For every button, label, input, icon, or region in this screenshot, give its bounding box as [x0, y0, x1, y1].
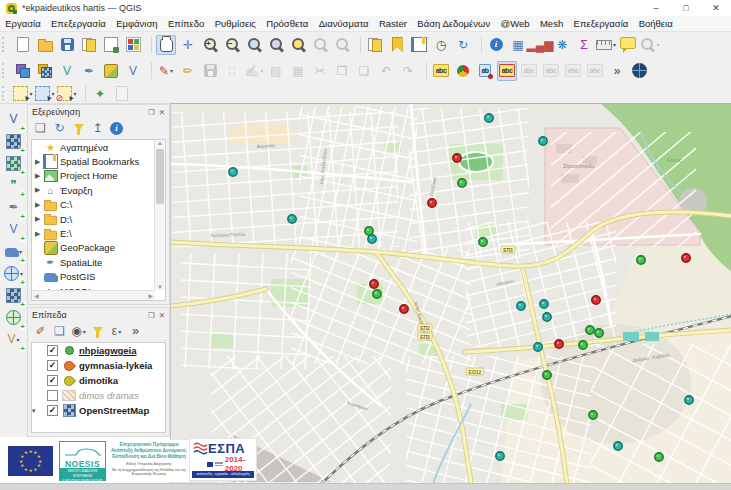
new-geopackage-layer-icon[interactable]	[101, 61, 121, 81]
temporal-controller-icon[interactable]: ◷	[431, 35, 451, 55]
layer-checkbox[interactable]: ✓	[47, 345, 58, 356]
zoom-out-icon[interactable]: −	[222, 35, 242, 55]
pan-to-selection-icon[interactable]: ✛	[178, 35, 198, 55]
style-manager-icon[interactable]	[123, 35, 143, 55]
browser-item-spatialbookmarks[interactable]: ▶Spatial Bookmarks	[32, 154, 165, 168]
add-xyz-layer-icon[interactable]: +	[4, 285, 24, 305]
zoom-in-icon[interactable]: +	[200, 35, 220, 55]
menu-ρυθμίσεις[interactable]: Ρυθμίσεις	[210, 16, 262, 31]
browser-item-postgis[interactable]: PostGIS	[32, 270, 165, 284]
menu-επίπεδο[interactable]: Επίπεδο	[163, 16, 210, 31]
menu-βοήθεια[interactable]: Βοήθεια	[633, 16, 677, 31]
add-raster-layer-icon[interactable]	[35, 61, 55, 81]
browser-item-geopackage[interactable]: GeoPackage	[32, 241, 165, 255]
zoom-to-layer-icon[interactable]	[266, 35, 286, 55]
add-group-icon[interactable]: ❏	[51, 323, 68, 339]
menu-πρόσθετα[interactable]: Πρόσθετα	[261, 16, 313, 31]
add-delimited-text-icon[interactable]: V	[57, 61, 77, 81]
browser-float-icon[interactable]: ❐	[148, 108, 155, 117]
pan-map-icon[interactable]	[156, 35, 176, 55]
add-spatialite-layer-icon[interactable]: ✒+	[4, 197, 24, 217]
menu-διανύσματα[interactable]: Διανύσματα	[314, 16, 374, 31]
show-bookmarks-icon[interactable]	[409, 35, 429, 55]
processing-toolbox-icon[interactable]: ❋	[552, 35, 572, 55]
open-attribute-table-icon[interactable]: ▦	[508, 35, 528, 55]
add-vector-layer-icon[interactable]	[13, 61, 33, 81]
menu-βάση-δεδομένων[interactable]: Βάση Δεδομένων	[412, 16, 495, 31]
new-spatial-bookmark-icon[interactable]	[387, 35, 407, 55]
browser-item-e[interactable]: ▶E:\	[32, 226, 165, 240]
show-sum-icon[interactable]: Σ	[574, 35, 594, 55]
select-features-icon[interactable]: ▾	[13, 84, 33, 104]
menu-επεξεργασία[interactable]: Επεξεργασία	[46, 16, 111, 31]
minimize-button[interactable]: –	[641, 0, 671, 16]
collapse-all-icon[interactable]: ↥	[89, 120, 106, 136]
add-geopackage-layer-icon[interactable]: V+	[4, 219, 24, 239]
add-postgis-layer-icon[interactable]: +▾	[4, 241, 24, 261]
filter-legend-icon[interactable]	[89, 323, 106, 339]
metasearch-icon[interactable]	[629, 61, 649, 81]
map-tips-icon[interactable]	[618, 35, 638, 55]
zoom-to-selection-icon[interactable]	[288, 35, 308, 55]
save-project-icon[interactable]	[57, 35, 77, 55]
layer-checkbox[interactable]: ✓	[47, 405, 58, 416]
browser-item-d[interactable]: ▶D:\	[32, 212, 165, 226]
close-button[interactable]: ✕	[701, 0, 731, 16]
map-canvas[interactable]: Ευξείνου ΠόντουΑγίας ΒαρβάραςΜεγ. Αλεξάν…	[170, 103, 731, 484]
identify-features-icon[interactable]: i	[486, 35, 506, 55]
add-virtual-layer-icon[interactable]: V+▾	[4, 329, 24, 349]
filter-by-expression-icon[interactable]: ε▾	[108, 323, 125, 339]
measure-icon[interactable]: ▾	[596, 35, 616, 55]
add-vector-layer-icon[interactable]: V+	[4, 109, 24, 129]
layer-checkbox[interactable]	[47, 390, 58, 401]
menu-mesh[interactable]: Mesh	[535, 16, 569, 31]
browser-item-[interactable]: ▶⌂Έναρξη	[32, 183, 165, 197]
refresh-map-icon[interactable]: ↻	[453, 35, 473, 55]
refresh-browser-icon[interactable]: ↻	[51, 120, 68, 136]
menu-raster[interactable]: Raster	[374, 16, 412, 31]
layers-close-icon[interactable]: ✕	[159, 311, 165, 320]
layer-row-openstreetmap[interactable]: ▾✓OpenStreetMap	[32, 403, 165, 418]
add-selected-layers-icon[interactable]: ❏	[32, 120, 49, 136]
pin-unpin-labels-icon[interactable]: ab	[475, 61, 495, 81]
toolbar-overflow-icon[interactable]: »	[607, 61, 627, 81]
maximize-button[interactable]: □	[671, 0, 701, 16]
layout-manager-icon[interactable]	[101, 35, 121, 55]
browser-item-spatialite[interactable]: ✒SpatiaLite	[32, 255, 165, 269]
authentication-keys-icon[interactable]: ✦	[90, 84, 110, 104]
manage-map-themes-icon[interactable]: ◉▾	[70, 323, 87, 339]
browser-vscrollbar[interactable]: ▲▼	[154, 140, 165, 290]
panel-overflow-icon[interactable]: »	[127, 323, 144, 339]
filter-browser-icon[interactable]	[70, 120, 87, 136]
layer-checkbox[interactable]: ✓	[47, 360, 58, 371]
new-project-icon[interactable]	[13, 35, 33, 55]
layers-float-icon[interactable]: ❐	[148, 311, 155, 320]
layer-checkbox[interactable]: ✓	[47, 375, 58, 386]
browser-close-icon[interactable]: ✕	[159, 108, 165, 117]
layer-row-gymnasia-lykeia[interactable]: ✓gymnasia-lykeia	[32, 358, 165, 373]
add-wfs-layer-icon[interactable]: +	[4, 307, 24, 327]
layer-row-dimos-dramas[interactable]: dimos dramas	[32, 388, 165, 403]
new-shapefile-layer-icon[interactable]: ✒	[79, 61, 99, 81]
browser-hscrollbar[interactable]: ◀▶	[32, 290, 155, 300]
statistical-summary-icon[interactable]: ▂▄▆	[530, 35, 550, 55]
layer-diagram-icon[interactable]	[453, 61, 473, 81]
layer-labeling-icon[interactable]: abc	[431, 61, 451, 81]
layer-row-dimotika[interactable]: ✓dimotika	[32, 373, 165, 388]
add-mesh-layer-icon[interactable]: +	[4, 153, 24, 173]
add-raster-layer-icon[interactable]: +	[4, 131, 24, 151]
browser-item-[interactable]: ★Αγαπημένα	[32, 140, 165, 154]
layer-row-nhpiagwgeia[interactable]: ✓nhpiagwgeia	[32, 343, 165, 358]
zoom-full-icon[interactable]	[244, 35, 264, 55]
current-edits-icon[interactable]: ✎▾	[156, 61, 176, 81]
toggle-editing-icon[interactable]: ✏	[178, 61, 198, 81]
new-virtual-layer-icon[interactable]: V	[123, 61, 143, 81]
browser-item-c[interactable]: ▶C:\	[32, 198, 165, 212]
menu-εμφάνιση[interactable]: Εμφάνιση	[111, 16, 163, 31]
add-wms-layer-icon[interactable]: +▾	[4, 263, 24, 283]
menu-επεξεργασία[interactable]: Επεξεργασία	[568, 16, 633, 31]
open-project-icon[interactable]	[35, 35, 55, 55]
save-as-icon[interactable]	[79, 35, 99, 55]
highlight-pinned-labels-icon[interactable]: abc	[497, 61, 517, 81]
select-features-by-value-icon[interactable]: ▾	[35, 84, 55, 104]
